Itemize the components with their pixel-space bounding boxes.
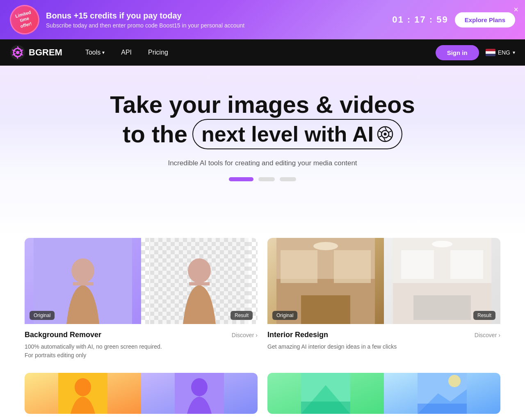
svg-point-41	[75, 378, 91, 396]
svg-rect-49	[418, 404, 467, 414]
svg-point-33	[313, 242, 338, 250]
lang-label: ENG	[498, 49, 510, 56]
svg-rect-20	[73, 282, 93, 285]
bottom-cards-grid	[25, 373, 500, 414]
hero-subtitle: Incredible AI tools for creating and edi…	[10, 159, 515, 167]
pricing-nav-link[interactable]: Pricing	[142, 46, 175, 59]
hero-line2: to the next level with AI	[10, 119, 515, 149]
logo-link[interactable]: BGREM	[10, 45, 62, 60]
limited-badge: Limitedtime offer!	[7, 2, 43, 38]
bg-remover-body: Background Remover Discover › 100% autom…	[25, 324, 258, 363]
interior-image: Original Result	[267, 238, 500, 324]
bg-remover-label-original: Original	[30, 311, 55, 320]
hero-highlight-text: next level with AI	[201, 121, 374, 147]
bg-remover-title-row: Background Remover Discover ›	[25, 331, 258, 339]
svg-point-39	[432, 241, 452, 247]
interior-title-row: Interior Redesign Discover ›	[267, 331, 500, 339]
svg-point-19	[71, 258, 94, 283]
interior-label-result: Result	[473, 311, 495, 320]
hero-section: Take your images & videos to the next le…	[0, 66, 525, 238]
interior-original: Original	[267, 238, 384, 324]
bottom-card-2-right-svg	[384, 373, 500, 414]
bg-remover-title: Background Remover	[25, 331, 101, 339]
bottom-card-2-svg	[267, 373, 384, 414]
interior-discover-chevron-icon: ›	[498, 332, 500, 338]
bg-remover-discover[interactable]: Discover ›	[232, 332, 258, 338]
badge-text: Limitedtime offer!	[13, 9, 37, 30]
svg-point-17	[383, 132, 386, 135]
svg-line-11	[385, 128, 386, 130]
bottom-card-2	[267, 373, 500, 414]
bottom-card-2-left	[267, 373, 384, 414]
hero-heading: Take your images & videos to the next le…	[10, 90, 515, 149]
promo-banner: Limitedtime offer! Bonus +15 credits if …	[0, 0, 525, 39]
interior-title: Interior Redesign	[267, 331, 328, 339]
svg-line-15	[379, 136, 382, 137]
interior-result: Result	[384, 238, 500, 324]
tools-chevron-icon: ▾	[102, 50, 105, 55]
logo-text: BGREM	[29, 47, 62, 58]
lang-chevron-icon: ▾	[513, 50, 515, 55]
bottom-card-1-right	[141, 373, 258, 414]
hero-line2-prefix: to the	[123, 120, 187, 148]
bottom-card-1-left	[25, 373, 141, 414]
svg-rect-32	[301, 295, 350, 324]
banner-title: Bonus +15 credits if you pay today	[46, 11, 244, 21]
svg-rect-36	[401, 250, 434, 279]
interior-body: Interior Redesign Discover › Get amazing…	[267, 324, 500, 354]
bottom-card-1-svg	[25, 373, 141, 414]
countdown-timer: 01 : 17 : 59	[392, 14, 448, 25]
language-selector[interactable]: ENG ▾	[486, 49, 515, 56]
close-banner-button[interactable]: ×	[514, 5, 518, 14]
interior-desc: Get amazing AI interior design ideas in …	[267, 342, 500, 351]
hero-line1: Take your images & videos	[10, 90, 515, 119]
interior-card: Original Result Interior Redes	[267, 238, 500, 363]
demo-dot-3[interactable]	[280, 177, 296, 181]
cards-section: Original	[0, 238, 525, 420]
sign-in-button[interactable]: Sign in	[436, 45, 479, 60]
demo-navigation	[10, 177, 515, 181]
svg-rect-37	[450, 250, 483, 279]
svg-rect-46	[301, 402, 350, 414]
bg-remover-label-result: Result	[231, 311, 253, 320]
banner-subtitle: Subscribe today and then enter promo cod…	[46, 22, 244, 29]
us-flag-icon	[486, 49, 495, 56]
logo-icon	[10, 45, 25, 60]
bottom-card-1	[25, 373, 258, 414]
hero-highlight-box: next level with AI	[192, 119, 402, 149]
svg-rect-30	[281, 250, 317, 283]
bg-remover-card: Original	[25, 238, 258, 363]
bg-remover-image: Original	[25, 238, 258, 324]
svg-rect-27	[189, 282, 210, 285]
svg-line-12	[388, 131, 391, 132]
svg-point-8	[16, 51, 19, 54]
svg-point-50	[448, 375, 461, 387]
nav-links: Tools ▾ API Pricing	[79, 46, 436, 59]
banner-left: Limitedtime offer! Bonus +15 credits if …	[10, 5, 244, 34]
demo-dot-2[interactable]	[258, 177, 275, 181]
interior-discover[interactable]: Discover ›	[475, 332, 500, 338]
tools-nav-link[interactable]: Tools ▾	[79, 46, 111, 59]
banner-text: Bonus +15 credits if you pay today Subsc…	[46, 11, 244, 29]
demo-dot-1[interactable]	[229, 177, 253, 181]
api-nav-link[interactable]: API	[114, 46, 138, 59]
bottom-card-1-right-svg	[141, 373, 258, 414]
discover-chevron-icon: ›	[256, 332, 258, 338]
banner-right: 01 : 17 : 59 Explore Plans	[392, 12, 515, 27]
main-nav: BGREM Tools ▾ API Pricing Sign in ENG ▾	[0, 39, 525, 66]
bg-remover-original: Original	[25, 238, 141, 324]
svg-rect-31	[334, 250, 371, 283]
bg-remover-result: Result	[141, 238, 258, 324]
svg-rect-38	[413, 295, 471, 320]
explore-plans-button[interactable]: Explore Plans	[455, 12, 515, 27]
main-cards-grid: Original	[25, 238, 500, 363]
nav-right: Sign in ENG ▾	[436, 45, 515, 60]
svg-line-16	[379, 131, 382, 132]
bg-remover-desc: 100% automatically with AI, no green scr…	[25, 342, 258, 360]
svg-line-14	[384, 138, 385, 141]
svg-line-13	[388, 136, 391, 137]
svg-point-43	[191, 378, 208, 396]
bottom-card-2-right	[384, 373, 500, 414]
interior-label-original: Original	[272, 311, 297, 320]
svg-point-26	[188, 258, 211, 283]
